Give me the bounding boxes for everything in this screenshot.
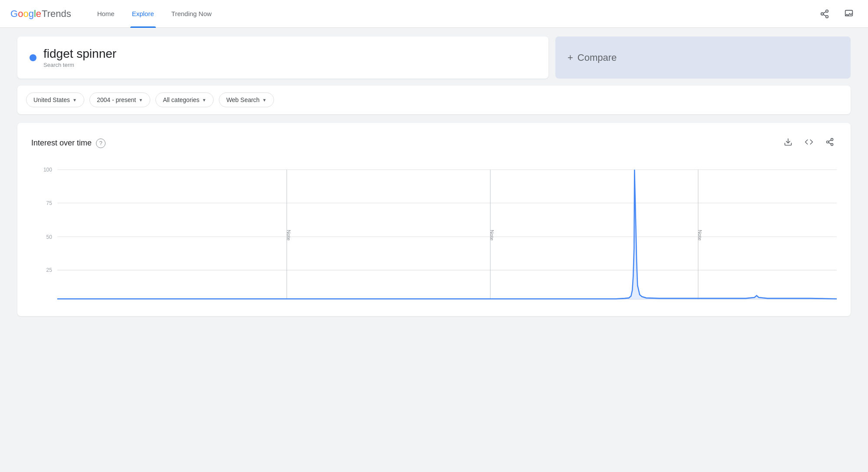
chart-area: 100 75 50 25 Note Note Note bbox=[31, 165, 837, 304]
trend-area bbox=[57, 170, 837, 300]
filter-timerange-label: 2004 - present bbox=[97, 96, 136, 103]
filter-timerange-arrow: ▼ bbox=[139, 98, 143, 102]
svg-line-3 bbox=[823, 14, 826, 16]
filter-location-label: United States bbox=[33, 96, 70, 103]
y-label-50: 50 bbox=[46, 234, 52, 240]
search-term-row: fidget spinner Search term + Compare bbox=[17, 36, 851, 79]
compare-plus-icon: + bbox=[568, 52, 573, 63]
embed-icon bbox=[805, 138, 813, 146]
x-label-2015: Jul 1, 2015 bbox=[452, 304, 477, 304]
chart-card: Interest over time ? bbox=[17, 123, 851, 316]
nav-item-home[interactable]: Home bbox=[89, 0, 123, 28]
filter-location-arrow: ▼ bbox=[73, 98, 77, 102]
chart-header: Interest over time ? bbox=[31, 135, 837, 151]
feedback-icon bbox=[844, 9, 854, 19]
note-label-3: Note bbox=[697, 230, 703, 241]
chart-title: Interest over time bbox=[31, 139, 92, 148]
filter-category-arrow: ▼ bbox=[202, 98, 206, 102]
x-label-2004: Jan 1, 2004 bbox=[44, 304, 71, 304]
search-dot bbox=[30, 54, 36, 61]
filter-searchtype[interactable]: Web Search ▼ bbox=[219, 92, 274, 107]
svg-line-11 bbox=[828, 140, 831, 141]
logo-google-text: Google bbox=[10, 8, 41, 20]
logo-trends-text: Trends bbox=[42, 8, 71, 20]
filter-timerange[interactable]: 2004 - present ▼ bbox=[89, 92, 150, 107]
filter-searchtype-arrow: ▼ bbox=[262, 98, 267, 102]
filter-searchtype-label: Web Search bbox=[226, 96, 260, 103]
filter-location[interactable]: United States ▼ bbox=[26, 92, 84, 107]
chart-download-button[interactable] bbox=[781, 135, 795, 151]
search-term-sublabel: Search term bbox=[43, 62, 116, 68]
header: Google Trends Home Explore Trending Now bbox=[0, 0, 868, 28]
x-label-2009: Oct 1, 2009 bbox=[239, 304, 266, 304]
download-icon bbox=[784, 138, 792, 146]
nav-item-explore[interactable]: Explore bbox=[123, 0, 163, 28]
share-button[interactable] bbox=[816, 5, 833, 23]
compare-label: Compare bbox=[578, 52, 617, 63]
header-actions bbox=[816, 5, 858, 23]
svg-line-4 bbox=[823, 11, 826, 13]
filters-card: United States ▼ 2004 - present ▼ All cat… bbox=[17, 86, 851, 114]
note-label-1: Note bbox=[286, 230, 291, 241]
compare-card[interactable]: + Compare bbox=[555, 36, 851, 79]
y-label-25: 25 bbox=[46, 267, 52, 273]
chart-embed-button[interactable] bbox=[802, 135, 816, 151]
search-term-label: fidget spinner bbox=[43, 47, 116, 61]
nav-item-trending[interactable]: Trending Now bbox=[163, 0, 221, 28]
svg-line-10 bbox=[828, 142, 831, 144]
chart-share-icon bbox=[825, 138, 834, 146]
search-term-card: fidget spinner Search term bbox=[17, 36, 548, 79]
filter-category-label: All categories bbox=[163, 96, 199, 103]
note-label-2: Note bbox=[489, 230, 495, 241]
x-label-2021: Apr 1, 2021 bbox=[685, 304, 712, 304]
share-icon bbox=[820, 9, 829, 19]
chart-actions bbox=[781, 135, 837, 151]
chart-svg: 100 75 50 25 Note Note Note bbox=[31, 165, 837, 304]
filter-category[interactable]: All categories ▼ bbox=[155, 92, 214, 107]
chart-share-button[interactable] bbox=[823, 135, 837, 151]
trend-line bbox=[57, 170, 837, 299]
y-label-100: 100 bbox=[43, 167, 52, 173]
main-nav: Home Explore Trending Now bbox=[89, 0, 221, 28]
logo[interactable]: Google Trends bbox=[10, 8, 71, 20]
y-label-75: 75 bbox=[46, 200, 52, 206]
main-content: fidget spinner Search term + Compare Uni… bbox=[0, 28, 868, 325]
feedback-button[interactable] bbox=[840, 5, 858, 23]
search-term-info: fidget spinner Search term bbox=[43, 47, 116, 68]
chart-help-icon[interactable]: ? bbox=[96, 139, 106, 148]
